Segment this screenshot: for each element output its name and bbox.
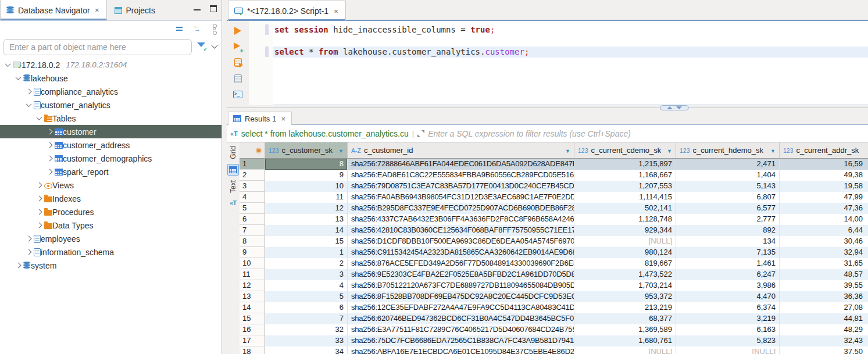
- row-number-cell[interactable]: 4: [240, 192, 265, 203]
- row-number-cell[interactable]: 5: [240, 203, 265, 214]
- column-header[interactable]: A-Z c_customer_id: [348, 142, 574, 158]
- cell-c-customer-id[interactable]: sha256:ABFA16E7E1ECBDCA6E01CE1095D84E37C…: [348, 346, 574, 354]
- cell-c-customer-id[interactable]: sha256:E3A77511F81C7289C76C4065217D5D406…: [348, 324, 574, 335]
- cell-c-current-cdemo-sk[interactable]: 68,377: [574, 313, 676, 324]
- cell-c-customer-id[interactable]: sha256:C9115342454A2323DA815865CAA326064…: [348, 247, 574, 258]
- tab-database-navigator[interactable]: Database Navigator: [0, 0, 107, 20]
- row-number-cell[interactable]: 9: [240, 247, 265, 258]
- row-number-cell[interactable]: 12: [240, 280, 265, 291]
- grid-presentation-tab[interactable]: [227, 164, 239, 176]
- link-editor-icon[interactable]: [193, 24, 202, 33]
- cell-c-current-hdemo-sk[interactable]: 6,374: [676, 302, 780, 313]
- cell-c-customer-id[interactable]: sha256:12CE35EFDABF272A4A47E9FA9CC5D4113…: [348, 302, 574, 313]
- cell-c-current-addr-sk[interactable]: 47,36: [780, 203, 868, 214]
- view-menu-icon[interactable]: [213, 27, 216, 30]
- cell-c-current-addr-sk[interactable]: 39,55: [780, 280, 868, 291]
- cell-c-current-cdemo-sk[interactable]: [NULL]: [574, 346, 676, 354]
- grid-presentation-label[interactable]: Grid: [229, 146, 237, 159]
- explain-plan-icon[interactable]: [234, 74, 242, 83]
- tree-item[interactable]: employees: [0, 232, 222, 245]
- tree-item[interactable]: lakehouse: [0, 71, 222, 85]
- cell-c-customer-sk[interactable]: 15: [265, 236, 348, 247]
- row-number-cell[interactable]: 15: [240, 313, 265, 324]
- cell-c-current-hdemo-sk[interactable]: 2,471: [676, 159, 780, 170]
- table-row[interactable]: 17 33 sha256:75DC7FCB6686EDA72565C1B838C…: [240, 335, 868, 346]
- tree-item[interactable]: Indexes: [0, 192, 222, 205]
- cell-c-current-hdemo-sk[interactable]: 4,470: [676, 291, 780, 302]
- row-number-cell[interactable]: 13: [240, 291, 265, 302]
- row-number-cell[interactable]: 10: [240, 258, 265, 269]
- cell-c-current-addr-sk[interactable]: 49,38: [780, 170, 868, 181]
- collapse-all-icon[interactable]: [176, 27, 183, 28]
- tree-expand-arrow[interactable]: [13, 263, 23, 267]
- table-row[interactable]: 11 3 sha256:9E52303CE4FBA2E2F0525E8A5BFB…: [240, 269, 868, 280]
- text-presentation-label[interactable]: Text: [229, 180, 237, 193]
- chevron-down-icon[interactable]: [211, 42, 217, 48]
- cell-c-current-cdemo-sk[interactable]: 1,703,214: [574, 280, 676, 291]
- tree-item[interactable]: 172.18.0.2 172.18.0.2:31604: [0, 58, 222, 71]
- tree-item[interactable]: Procedures: [0, 205, 222, 219]
- cell-c-current-addr-sk[interactable]: 47,99: [780, 192, 868, 203]
- tree-item[interactable]: Data Types: [0, 219, 222, 232]
- filter-query-label[interactable]: select * from lakehouse.customer_analyti…: [241, 129, 409, 138]
- row-number-cell[interactable]: 14: [240, 302, 265, 313]
- cell-c-customer-sk[interactable]: 2: [265, 258, 348, 269]
- cell-c-customer-sk[interactable]: 10: [265, 181, 348, 192]
- tree-expand-arrow[interactable]: [24, 103, 34, 107]
- table-row[interactable]: 5 12 sha256:B295D8FC337E9E4FECD0725D907A…: [240, 203, 868, 214]
- cell-c-current-hdemo-sk[interactable]: 1,461: [676, 258, 780, 269]
- cell-c-current-hdemo-sk[interactable]: [NULL]: [676, 346, 780, 354]
- cell-c-customer-sk[interactable]: 1: [265, 247, 348, 258]
- cell-c-current-addr-sk[interactable]: 16,59: [780, 159, 868, 170]
- cell-c-current-addr-sk[interactable]: 32,43: [780, 335, 868, 346]
- cell-c-current-addr-sk[interactable]: 30,46: [780, 236, 868, 247]
- tree-expand-arrow[interactable]: [3, 63, 13, 67]
- table-row[interactable]: 13 5 sha256:8F1528BB708DF69EB475DC92A8C2…: [240, 291, 868, 302]
- cell-c-current-hdemo-sk[interactable]: 134: [676, 236, 780, 247]
- tab-projects[interactable]: Projects: [109, 1, 161, 21]
- cell-c-customer-sk[interactable]: 6: [265, 302, 348, 313]
- filter-sql-icon[interactable]: [230, 130, 238, 137]
- column-sort-dropdown-icon[interactable]: [667, 146, 672, 155]
- column-header[interactable]: 123 c_customer_sk: [265, 142, 348, 158]
- tree-item[interactable]: customer_address: [0, 138, 222, 152]
- cell-c-current-addr-sk[interactable]: 31,65: [780, 258, 868, 269]
- tree-item[interactable]: spark_report: [0, 165, 222, 178]
- tree-item[interactable]: system: [0, 259, 222, 272]
- table-row[interactable]: 1 8 sha256:72888646ABF61FA044EDEC061D6DA…: [240, 159, 868, 170]
- close-icon[interactable]: [280, 115, 287, 123]
- cell-c-current-cdemo-sk[interactable]: 1,215,897: [574, 159, 676, 170]
- table-row[interactable]: 14 6 sha256:12CE35EFDABF272A4A47E9FA9CC5…: [240, 302, 868, 313]
- tree-item[interactable]: customer: [0, 125, 222, 138]
- cell-c-current-cdemo-sk[interactable]: 980,124: [574, 247, 676, 258]
- cell-c-current-addr-sk[interactable]: 6,44: [780, 225, 868, 236]
- tree-item[interactable]: Tables: [0, 112, 222, 125]
- close-icon[interactable]: [94, 6, 101, 15]
- cell-c-customer-id[interactable]: sha256:B295D8FC337E9E4FECD0725D907ACD6B6…: [348, 203, 574, 214]
- cell-c-current-cdemo-sk[interactable]: 502,141: [574, 203, 676, 214]
- cell-c-current-cdemo-sk[interactable]: 1,207,553: [574, 181, 676, 192]
- cell-c-current-cdemo-sk[interactable]: 819,667: [574, 258, 676, 269]
- table-row[interactable]: 9 1 sha256:C9115342454A2323DA815865CAA32…: [240, 247, 868, 258]
- tree-expand-arrow[interactable]: [24, 237, 34, 241]
- row-number-cell[interactable]: 7: [240, 225, 265, 236]
- tree-expand-arrow[interactable]: [45, 156, 55, 160]
- row-number-cell[interactable]: 11: [240, 269, 265, 280]
- tree-item[interactable]: Views: [0, 178, 222, 192]
- cell-c-current-cdemo-sk[interactable]: 213,219: [574, 302, 676, 313]
- cell-c-customer-sk[interactable]: 4: [265, 280, 348, 291]
- table-row[interactable]: 10 2 sha256:876ACE5EFED349A2D56F77D50848…: [240, 258, 868, 269]
- collapse-up-icon[interactable]: [667, 106, 673, 109]
- cell-c-current-cdemo-sk[interactable]: 929,344: [574, 225, 676, 236]
- cell-c-current-addr-sk[interactable]: 37,50: [780, 346, 868, 354]
- tree-expand-arrow[interactable]: [13, 76, 23, 80]
- code-line-2[interactable]: select * from lakehouse.customer_analyti…: [273, 47, 868, 58]
- execute-script-icon[interactable]: [234, 58, 242, 67]
- tab-sql-script[interactable]: *<172.18.0.2> Script-1: [228, 1, 346, 21]
- cell-c-customer-id[interactable]: sha256:4337C7AB6432E3B06FF4A3636FD2F8CC8…: [348, 214, 574, 225]
- cell-c-current-addr-sk[interactable]: 36,36: [780, 291, 868, 302]
- tree-expand-arrow[interactable]: [45, 170, 55, 174]
- minimize-icon[interactable]: [194, 7, 201, 10]
- tree-item[interactable]: information_schema: [0, 245, 222, 259]
- cell-c-customer-id[interactable]: sha256:FA0ABB6943B98054FC31D12D3E3AEC689…: [348, 192, 574, 203]
